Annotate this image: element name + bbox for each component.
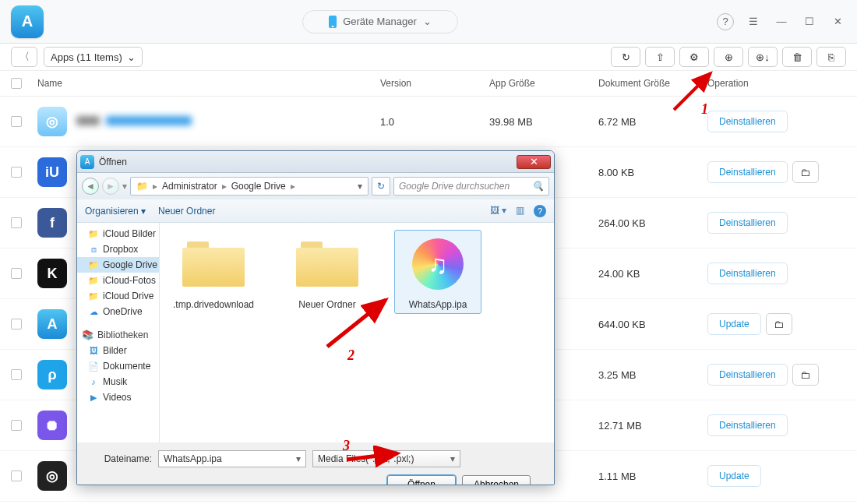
close-button[interactable]: ✕ — [829, 13, 846, 30]
cancel-button[interactable]: Abbrechen — [462, 475, 531, 485]
operation-button[interactable]: Deinstallieren — [707, 364, 788, 386]
side-bilder[interactable]: 🖼Bilder — [77, 343, 159, 358]
app-logo: A — [11, 5, 44, 38]
doc-size: 6.72 MB — [598, 116, 707, 128]
crumb-admin[interactable]: Administrator — [160, 181, 220, 192]
back-button[interactable]: 〈 — [11, 47, 37, 67]
annotation-1: 1 — [701, 101, 708, 118]
col-name: Name — [37, 78, 380, 89]
side-dokumente[interactable]: 📄Dokumente — [77, 358, 159, 374]
annotation-2: 2 — [347, 347, 354, 364]
breadcrumb-bar[interactable]: 📁 ▸ Administrator ▸ Google Drive ▸ ▾ — [130, 177, 369, 196]
doc-size: 24.00 KB — [598, 268, 707, 280]
app-icon: ⏺ — [37, 411, 67, 440]
app-icon: A — [37, 309, 67, 339]
dialog-icon: A — [80, 155, 94, 169]
organise-menu[interactable]: Organisieren ▾ — [85, 206, 146, 217]
operation-button[interactable]: Deinstallieren — [707, 263, 788, 284]
app-icon: f — [37, 208, 67, 238]
new-folder-button[interactable]: Neuer Ordner — [158, 206, 215, 217]
download-button[interactable]: ⊕↓ — [748, 47, 778, 67]
row-checkbox[interactable] — [11, 167, 22, 178]
operation-button[interactable]: Deinstallieren — [707, 212, 788, 234]
nav-refresh-button[interactable]: ↻ — [372, 177, 390, 196]
view-mode-button[interactable]: 🖼 ▾ — [490, 205, 506, 217]
chevron-down-icon[interactable]: ▾ — [355, 181, 365, 192]
row-checkbox[interactable] — [11, 268, 22, 279]
filename-input[interactable]: WhatsApp.ipa▾ — [158, 450, 306, 467]
menu-icon[interactable]: ☰ — [745, 13, 762, 30]
crumb-gdrive[interactable]: Google Drive — [229, 181, 288, 192]
nav-back-button[interactable]: ◄ — [82, 178, 99, 195]
row-checkbox[interactable] — [11, 369, 22, 380]
app-row: ◎ 1.0 39.98 MB 6.72 MB Deinstallieren — [0, 97, 857, 147]
delete-button[interactable]: 🗑 — [782, 47, 812, 67]
app-icon: K — [37, 259, 67, 288]
row-checkbox[interactable] — [11, 420, 22, 431]
operation-button[interactable]: Update — [707, 313, 761, 335]
device-selector[interactable]: Geräte Manager ⌄ — [302, 10, 458, 33]
side-icloud-fotos[interactable]: 📁iCloud-Fotos — [77, 273, 159, 288]
dialog-help-button[interactable]: ? — [534, 205, 546, 217]
doc-size: 12.71 MB — [598, 420, 707, 432]
file-tmp-folder[interactable]: .tmp.drivedownload — [171, 234, 256, 310]
help-button[interactable]: ? — [717, 13, 734, 30]
search-placeholder: Google Drive durchsuchen — [399, 181, 510, 192]
settings-button[interactable]: ⚙ — [679, 47, 709, 67]
file-label: Neuer Ordner — [284, 299, 370, 310]
file-neuer-ordner[interactable]: Neuer Ordner — [284, 234, 370, 310]
side-libraries[interactable]: 📚Bibliotheken — [77, 327, 159, 343]
file-whatsapp-ipa[interactable]: ♫ WhatsApp.ipa — [395, 231, 481, 313]
row-checkbox[interactable] — [11, 319, 22, 330]
minimize-button[interactable]: — — [773, 13, 790, 30]
col-size: App Größe — [489, 78, 598, 89]
doc-size: 264.00 KB — [598, 217, 707, 229]
row-checkbox[interactable] — [11, 217, 22, 228]
add-button[interactable]: ⊕ — [714, 47, 743, 67]
doc-size: 8.00 KB — [598, 167, 707, 178]
section-selector[interactable]: Apps (11 Items) ⌄ — [44, 47, 143, 67]
side-icloud-bilder[interactable]: 📁iCloud Bilder — [77, 226, 159, 241]
operation-button[interactable]: Deinstallieren — [707, 414, 788, 436]
refresh-button[interactable]: ↻ — [611, 47, 640, 67]
app-icon: iU — [37, 157, 67, 187]
col-op: Operation — [707, 78, 846, 89]
operation-button[interactable]: Update — [707, 465, 761, 487]
phone-icon — [329, 16, 337, 28]
side-dropbox[interactable]: ⧈Dropbox — [77, 241, 159, 257]
device-label: Geräte Manager — [343, 16, 417, 27]
file-label: .tmp.drivedownload — [171, 299, 256, 310]
operation-button[interactable]: Deinstallieren — [707, 111, 788, 132]
section-label: Apps (11 Items) — [51, 51, 122, 63]
search-input[interactable]: Google Drive durchsuchen 🔍 — [393, 177, 549, 196]
music-note-icon: ♫ — [428, 249, 448, 280]
row-checkbox[interactable] — [11, 116, 22, 127]
app-name — [76, 116, 192, 128]
open-folder-button[interactable]: 🗀 — [766, 313, 792, 335]
side-videos[interactable]: ▶Videos — [77, 389, 159, 405]
chevron-down-icon[interactable]: ▾ — [122, 181, 127, 192]
open-folder-button[interactable]: 🗀 — [792, 161, 819, 183]
select-all-checkbox[interactable] — [11, 78, 22, 89]
upload-button[interactable]: ⇧ — [645, 47, 675, 67]
dialog-title: Öffnen — [99, 157, 127, 167]
open-folder-button[interactable]: 🗀 — [792, 364, 819, 386]
row-checkbox[interactable] — [11, 471, 22, 481]
maximize-button[interactable]: ☐ — [801, 13, 818, 30]
col-doc: Dokument Größe — [598, 78, 707, 89]
search-icon: 🔍 — [532, 181, 544, 192]
dialog-sidebar: 📁iCloud Bilder ⧈Dropbox 📁Google Drive 📁i… — [77, 223, 160, 442]
open-button[interactable]: Öffnen — [387, 475, 456, 485]
chevron-down-icon: ⌄ — [127, 51, 136, 63]
app-icon: ρ — [37, 360, 67, 389]
side-musik[interactable]: ♪Musik — [77, 374, 159, 389]
preview-pane-button[interactable]: ▥ — [516, 205, 524, 217]
side-onedrive[interactable]: ☁OneDrive — [77, 304, 159, 319]
export-button[interactable]: ⎘ — [816, 47, 846, 67]
side-icloud-drive[interactable]: 📁iCloud Drive — [77, 288, 159, 304]
operation-button[interactable]: Deinstallieren — [707, 161, 788, 183]
dialog-close-button[interactable]: ✕ — [517, 155, 551, 169]
side-google-drive[interactable]: 📁Google Drive — [77, 257, 159, 273]
nav-forward-button[interactable]: ► — [102, 178, 119, 195]
filetype-select[interactable]: Media Files(*.ipa;*.pxl;)▾ — [312, 450, 460, 467]
